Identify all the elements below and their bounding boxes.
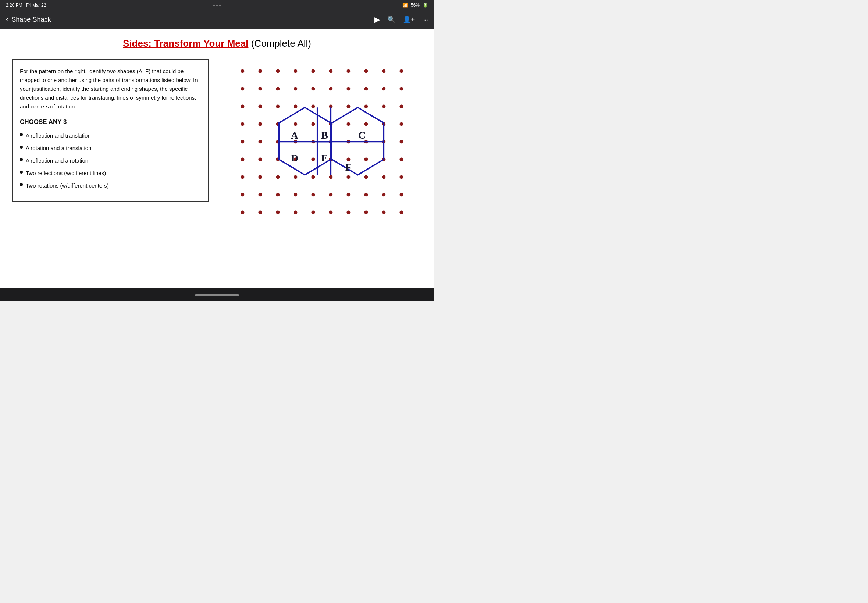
svg-point-77 [364, 193, 368, 196]
label-e: E [321, 152, 328, 164]
svg-point-41 [258, 140, 262, 144]
bullet-text-5: Two rotations (w/different centers) [26, 181, 109, 190]
svg-point-29 [399, 104, 403, 108]
svg-point-66 [347, 175, 350, 179]
bullet-text-4: Two reflections (w/different lines) [26, 169, 106, 178]
label-d: D [291, 152, 298, 164]
label-b: B [321, 130, 328, 141]
battery-percent: 56% [411, 3, 420, 8]
hexagon-shapes [279, 107, 384, 175]
svg-point-21 [258, 104, 262, 108]
svg-point-14 [311, 87, 315, 90]
svg-point-54 [311, 158, 315, 161]
choose-label: CHOOSE ANY 3 [20, 117, 201, 127]
svg-point-39 [399, 122, 403, 126]
svg-point-67 [364, 175, 368, 179]
battery-icon: 🔋 [422, 3, 428, 8]
bullet-list: A reflection and translation A rotation … [20, 131, 201, 190]
svg-point-84 [311, 210, 315, 214]
svg-point-56 [347, 158, 350, 161]
svg-point-36 [347, 122, 350, 126]
home-indicator [195, 294, 239, 296]
region-labels: A B C D E F [291, 130, 365, 173]
svg-point-31 [258, 122, 262, 126]
status-bar-center [214, 4, 221, 6]
svg-point-72 [276, 193, 280, 196]
svg-point-86 [347, 210, 350, 214]
svg-point-62 [276, 175, 280, 179]
svg-point-26 [347, 104, 350, 108]
svg-point-70 [241, 193, 244, 196]
svg-point-65 [329, 175, 333, 179]
bullet-text-1: A reflection and translation [26, 131, 91, 140]
label-f: F [345, 161, 351, 173]
page-title-bold: Sides: Transform Your Meal [123, 38, 248, 49]
svg-point-13 [294, 87, 297, 90]
page-title-normal: (Complete All) [251, 38, 311, 49]
svg-point-4 [311, 69, 315, 73]
bullet-dot [20, 171, 23, 173]
bullet-dot [20, 145, 23, 148]
label-a: A [291, 130, 298, 141]
svg-point-71 [258, 193, 262, 196]
svg-point-60 [241, 175, 244, 179]
nav-title: Shape Shack [11, 16, 51, 23]
description-text: For the pattern on the right, identify t… [20, 67, 201, 111]
bullet-dot [20, 183, 23, 186]
left-instructions-box: For the pattern on the right, identify t… [12, 59, 209, 202]
page-title: Sides: Transform Your Meal (Complete All… [12, 37, 422, 50]
svg-point-81 [258, 210, 262, 214]
svg-point-88 [382, 210, 385, 214]
svg-point-61 [258, 175, 262, 179]
bullet-dot [20, 158, 23, 161]
bullet-text-3: A reflection and a rotation [26, 156, 88, 165]
svg-point-78 [382, 193, 385, 196]
svg-point-20 [241, 104, 244, 108]
more-button[interactable]: ··· [422, 15, 428, 24]
nav-left: ‹ Shape Shack [6, 15, 51, 24]
svg-point-10 [241, 87, 244, 90]
svg-point-51 [258, 158, 262, 161]
svg-point-24 [311, 104, 315, 108]
svg-point-12 [276, 87, 280, 90]
svg-point-87 [364, 210, 368, 214]
play-button[interactable]: ▶ [374, 15, 380, 24]
svg-point-73 [294, 193, 297, 196]
nav-right: ▶ 🔍 👤+ ··· [374, 15, 428, 24]
list-item: A rotation and a translation [20, 144, 201, 153]
label-c: C [358, 130, 365, 141]
bullet-text-2: A rotation and a translation [26, 144, 91, 153]
svg-point-23 [294, 104, 297, 108]
svg-point-85 [329, 210, 333, 214]
svg-point-50 [241, 158, 244, 161]
status-bar-right: 📶 56% 🔋 [402, 3, 428, 8]
svg-point-19 [399, 87, 403, 90]
bullet-dot [20, 133, 23, 136]
svg-point-18 [382, 87, 385, 90]
bottom-bar [0, 288, 434, 302]
svg-point-0 [241, 69, 244, 73]
list-item: Two reflections (w/different lines) [20, 169, 201, 178]
svg-point-63 [294, 175, 297, 179]
time-display: 2:20 PM [6, 3, 22, 8]
svg-point-89 [399, 210, 403, 214]
svg-point-7 [364, 69, 368, 73]
svg-point-6 [347, 69, 350, 73]
svg-point-69 [399, 175, 403, 179]
svg-point-75 [329, 193, 333, 196]
wifi-icon: 📶 [402, 3, 408, 8]
back-button[interactable]: ‹ [6, 15, 8, 24]
svg-point-22 [276, 104, 280, 108]
svg-point-1 [258, 69, 262, 73]
add-user-button[interactable]: 👤+ [403, 15, 415, 23]
svg-point-27 [364, 104, 368, 108]
svg-point-64 [311, 175, 315, 179]
svg-point-74 [311, 193, 315, 196]
svg-point-57 [364, 158, 368, 161]
list-item: Two rotations (w/different centers) [20, 181, 201, 190]
date-display: Fri Mar 22 [26, 3, 46, 8]
svg-point-76 [347, 193, 350, 196]
two-column-layout: For the pattern on the right, identify t… [12, 59, 422, 228]
svg-point-11 [258, 87, 262, 90]
search-button[interactable]: 🔍 [387, 15, 395, 23]
